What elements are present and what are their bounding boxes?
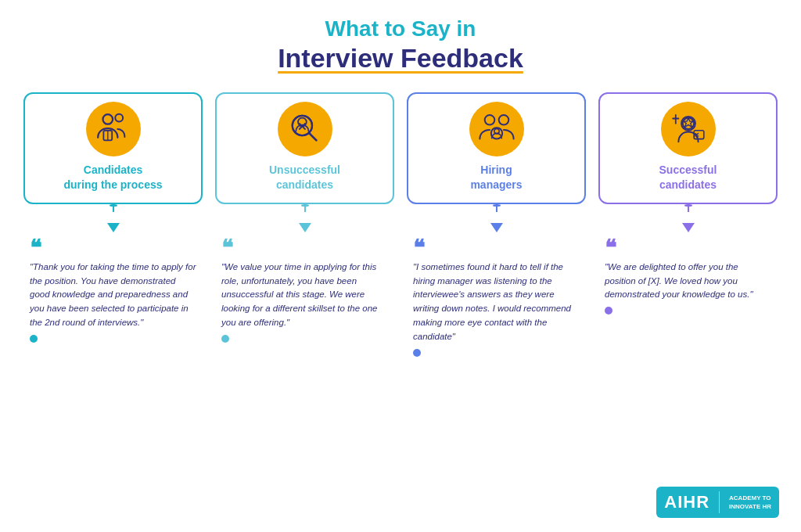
icon-circle-2	[278, 102, 332, 156]
quote-mark-2: ❝	[221, 237, 388, 259]
top-box-2: Unsuccessfulcandidates	[215, 92, 394, 203]
card-label-2: Unsuccessfulcandidates	[269, 163, 340, 191]
connector-line-3	[496, 207, 497, 211]
quote-box-2: ❝ "We value your time in applying for th…	[215, 232, 394, 349]
bottom-dot-4	[605, 307, 612, 315]
quote-box-3: ❝ "I sometimes found it hard to tell if …	[407, 232, 586, 363]
card-label-4: Successfulcandidates	[659, 163, 717, 191]
top-box-1: Candidatesduring the process	[23, 92, 203, 203]
unsuccessful-icon	[284, 108, 326, 150]
card-hiring-managers: Hiringmanagers ❝ "I sometimes found it h…	[407, 92, 586, 362]
arrow-1	[107, 223, 120, 232]
quote-text-4: "We are delighted to offer you the posit…	[605, 261, 771, 302]
top-box-3: Hiringmanagers	[407, 92, 586, 203]
header-title: Interview Feedback	[278, 42, 523, 74]
bottom-dot-3	[413, 349, 421, 357]
arrow-4	[682, 223, 695, 232]
connector-2	[299, 204, 311, 232]
connector-line-4	[688, 207, 689, 211]
quote-mark-1: ❝	[30, 237, 196, 259]
quote-mark-4: ❝	[605, 237, 771, 259]
header: What to Say in Interview Feedback	[278, 16, 523, 74]
card-unsuccessful: Unsuccessfulcandidates ❝ "We value your …	[215, 92, 394, 362]
quote-text-2: "We value your time in applying for this…	[221, 261, 388, 330]
icon-circle-4	[661, 102, 716, 156]
aihr-sub-text: ACADEMY TO INNOVATE HR	[729, 494, 771, 511]
hiring-managers-icon	[476, 108, 518, 150]
quote-box-1: ❝ "Thank you for taking the time to appl…	[23, 232, 203, 349]
header-subtitle: What to Say in	[278, 16, 523, 42]
top-box-4: Successfulcandidates	[598, 92, 778, 203]
svg-line-6	[309, 134, 316, 141]
cards-row: Candidatesduring the process ❝ "Thank yo…	[23, 92, 778, 362]
aihr-main-text: AIHR	[664, 492, 709, 512]
icon-circle-1	[86, 102, 141, 156]
aihr-divider	[719, 491, 720, 513]
icon-circle-3	[469, 102, 524, 156]
card-label-1: Candidatesduring the process	[63, 163, 162, 191]
arrow-3	[490, 223, 503, 232]
quote-box-4: ❝ "We are delighted to offer you the pos…	[598, 232, 778, 321]
connector-line-2	[304, 207, 306, 211]
quote-text-3: "I sometimes found it hard to tell if th…	[413, 261, 580, 344]
quote-text-1: "Thank you for taking the time to apply …	[30, 261, 196, 330]
bottom-dot-1	[30, 335, 38, 343]
card-candidates-process: Candidatesduring the process ❝ "Thank yo…	[23, 92, 203, 362]
svg-point-1	[115, 114, 123, 122]
successful-icon	[667, 108, 709, 150]
connector-3	[490, 204, 503, 232]
page-wrapper: What to Say in Interview Feedback	[0, 0, 801, 532]
connector-4	[682, 204, 695, 232]
quote-mark-3: ❝	[413, 237, 580, 259]
svg-point-8	[484, 115, 494, 125]
bottom-dot-2	[221, 335, 229, 343]
arrow-2	[299, 223, 311, 232]
aihr-logo: AIHR ACADEMY TO INNOVATE HR	[656, 487, 779, 518]
card-successful: Successfulcandidates ❝ "We are delighted…	[598, 92, 778, 362]
connector-1	[107, 204, 120, 232]
card-label-3: Hiringmanagers	[470, 163, 522, 191]
candidates-process-icon	[92, 108, 135, 150]
svg-point-9	[498, 115, 508, 125]
connector-line-1	[113, 207, 114, 211]
svg-point-0	[102, 114, 113, 124]
